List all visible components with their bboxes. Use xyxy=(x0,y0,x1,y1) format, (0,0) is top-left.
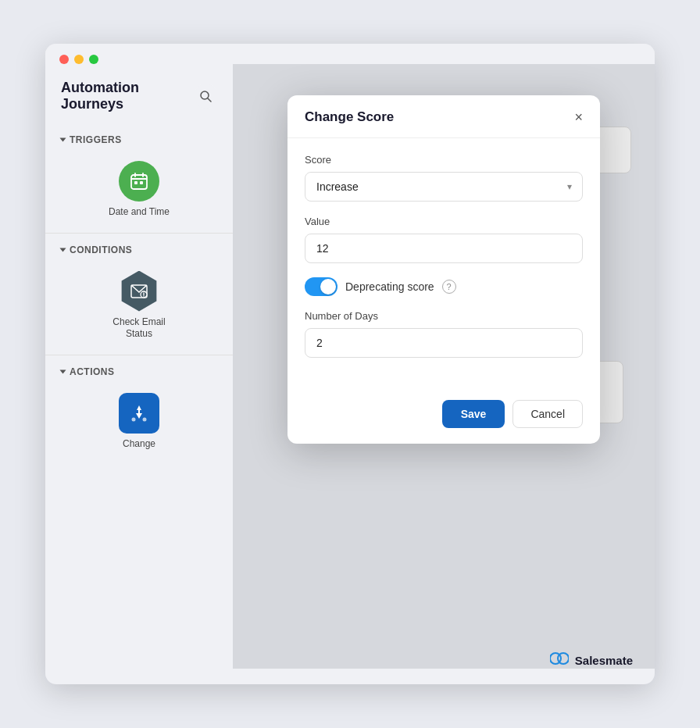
sidebar-item-date-time[interactable]: Date and Time xyxy=(45,152,233,228)
deprecating-toggle[interactable] xyxy=(305,277,338,296)
svg-line-1 xyxy=(208,98,211,102)
score-label: Score xyxy=(305,154,583,166)
sidebar-item-check-email[interactable]: Check EmailStatus xyxy=(45,262,233,350)
score-form-group: Score Increase Decrease ▾ xyxy=(305,154,583,202)
sidebar: Automation Journeys TRIGGERS xyxy=(45,64,233,669)
actions-collapse-icon[interactable] xyxy=(60,369,66,373)
conditions-collapse-icon[interactable] xyxy=(60,248,66,252)
actions-section-header: ACTIONS xyxy=(45,360,233,384)
date-time-icon xyxy=(119,161,159,202)
svg-rect-2 xyxy=(131,175,147,189)
triggers-section-header: TRIGGERS xyxy=(45,128,233,152)
svg-point-11 xyxy=(143,295,144,296)
svg-rect-7 xyxy=(140,181,143,184)
svg-rect-6 xyxy=(134,181,138,184)
search-button[interactable] xyxy=(195,84,217,109)
canvas-area: …nove From List …eting list Change Score… xyxy=(233,64,655,669)
change-score-modal: Change Score × Score Increase Decrease xyxy=(288,95,600,444)
score-select-wrapper: Increase Decrease ▾ xyxy=(305,172,583,202)
days-label: Number of Days xyxy=(305,310,583,322)
toggle-knob xyxy=(320,279,336,294)
modal-close-button[interactable]: × xyxy=(574,110,583,124)
deprecating-label: Deprecating score xyxy=(345,280,434,293)
divider-1 xyxy=(45,233,233,234)
change-score-icon xyxy=(119,393,159,434)
traffic-light-red[interactable] xyxy=(59,55,69,64)
search-icon xyxy=(199,90,212,102)
actions-label: ACTIONS xyxy=(70,366,115,377)
modal-header: Change Score × xyxy=(288,95,600,138)
check-email-label: Check EmailStatus xyxy=(112,316,165,341)
sidebar-title: Automation Journeys xyxy=(61,80,195,112)
days-input[interactable] xyxy=(305,328,583,358)
modal-body: Score Increase Decrease ▾ Valu xyxy=(288,138,600,387)
conditions-section-header: CONDITIONS xyxy=(45,238,233,262)
main-content: Automation Journeys TRIGGERS xyxy=(45,64,655,669)
modal-title: Change Score xyxy=(305,109,394,125)
value-input[interactable] xyxy=(305,234,583,263)
check-email-icon xyxy=(119,271,159,312)
deprecating-help-icon[interactable]: ? xyxy=(442,280,456,294)
deprecating-score-row: Deprecating score ? xyxy=(305,277,583,296)
value-form-group: Value xyxy=(305,216,583,263)
svg-point-12 xyxy=(132,417,136,421)
traffic-light-yellow[interactable] xyxy=(74,55,84,64)
divider-2 xyxy=(45,355,233,355)
date-time-label: Date and Time xyxy=(109,206,170,219)
score-select[interactable]: Increase Decrease xyxy=(305,172,583,202)
svg-point-13 xyxy=(143,417,147,421)
save-button[interactable]: Save xyxy=(442,400,505,428)
triggers-label: TRIGGERS xyxy=(70,134,122,145)
modal-footer: Save Cancel xyxy=(288,387,600,444)
days-form-group: Number of Days xyxy=(305,310,583,358)
sidebar-item-change[interactable]: Change xyxy=(45,384,233,460)
sidebar-header: Automation Journeys xyxy=(45,80,233,128)
app-window: Automation Journeys TRIGGERS xyxy=(45,44,655,684)
conditions-label: CONDITIONS xyxy=(70,244,132,255)
change-label: Change xyxy=(123,438,155,451)
modal-overlay: Change Score × Score Increase Decrease xyxy=(233,64,655,669)
cancel-button[interactable]: Cancel xyxy=(512,400,583,428)
triggers-collapse-icon[interactable] xyxy=(60,138,66,142)
value-label: Value xyxy=(305,216,583,227)
traffic-light-green[interactable] xyxy=(89,55,98,64)
title-bar xyxy=(45,44,655,64)
